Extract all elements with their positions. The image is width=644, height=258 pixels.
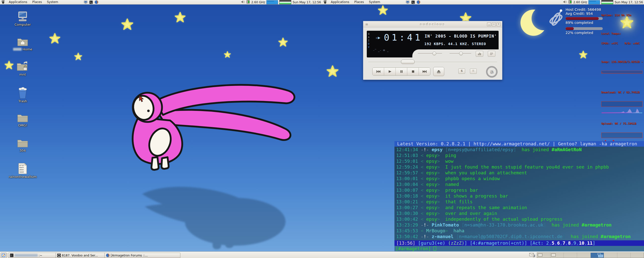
irc-topic-bar: Latest Version: 0.2.8.2.1 | http://www.a… — [394, 141, 644, 147]
shuffle-button[interactable]: S — [458, 69, 465, 74]
system-monitor-applet[interactable] — [601, 0, 613, 4]
desktop-icon-label: Computer — [12, 23, 33, 26]
menu-system[interactable]: System — [44, 0, 61, 4]
panel-clock[interactable]: Sun May 17, 12:56 — [615, 1, 643, 4]
player-visualization[interactable]: -‾ _- ≡ _ — [373, 49, 389, 52]
pause-button[interactable] — [396, 68, 407, 75]
task-button-terminal[interactable]: :~ — [8, 253, 57, 258]
chat-line: 13:00:27 < epsy> and repeats the same an… — [396, 205, 644, 210]
top-panel-right: Applications Places System 2.60 GHz Sun … — [322, 0, 644, 5]
star-icon — [378, 5, 388, 15]
chat-line: 13:00:01 < epsy> phpbb opens a window — [396, 176, 644, 181]
desktop-icon-304[interactable]: 304 — [12, 139, 33, 152]
statusbar-window: [4:#armagetron(+cnt)] — [470, 240, 527, 246]
act-list: 2,5,6,7,8,9,10,11 — [546, 240, 592, 246]
chat-line: 13:50:42 -!- z-manuel [n=manuel@p508702C… — [396, 234, 644, 239]
panel-launchers — [84, 0, 98, 4]
player-window-title: audacious — [363, 22, 502, 26]
volume-icon[interactable] — [241, 0, 245, 4]
svg-text:grid: grid — [19, 164, 24, 166]
irc-input-line[interactable]: [#armagetron] — [394, 246, 644, 251]
repeat-button[interactable]: R — [470, 69, 477, 74]
player-time[interactable]: 01:41 — [384, 32, 422, 43]
cpu-frequency-icon[interactable] — [246, 0, 250, 5]
chat-line: 12:51:03 < epsy> ping — [396, 152, 644, 158]
network-monitor-applet[interactable] — [588, 0, 600, 4]
desktop-icon-home[interactable]: Home — [12, 37, 33, 51]
computer-launcher-icon[interactable] — [84, 1, 88, 4]
chat-line: 13:00:18 < epsy> it shows a progress bar — [396, 193, 644, 199]
firefox-launcher-icon[interactable] — [417, 0, 420, 4]
desktop-icon-label: Trash — [12, 99, 33, 103]
panel-clock[interactable]: Sun May 17, 12:56 — [293, 1, 321, 4]
desktop-icon-mnt[interactable]: mnt — [12, 60, 33, 76]
conky-swap-bar — [601, 71, 642, 74]
equalizer-button[interactable] — [476, 51, 483, 57]
stop-button[interactable] — [407, 68, 419, 75]
boinc-host-credit: Host Credit: 566498 — [566, 8, 604, 12]
balance-slider[interactable] — [450, 53, 471, 54]
terminal-launcher-icon[interactable] — [89, 1, 93, 4]
show-desktop-button[interactable] — [1, 253, 7, 258]
star-icon — [49, 33, 60, 44]
irc-window: Latest Version: 0.2.8.2.1 | http://www.a… — [394, 141, 644, 251]
previous-button[interactable] — [373, 68, 384, 75]
workspace-cell[interactable] — [564, 253, 577, 258]
chat-line: 13:00:30 < epsy> over and over again — [396, 210, 644, 216]
next-button[interactable] — [419, 68, 430, 75]
desktop-icon-trash[interactable]: Trash — [12, 87, 33, 103]
conky-swap: Swap: 136.00KiB/3.82GiB - 0% — [601, 60, 644, 63]
seek-bar[interactable] — [368, 61, 497, 62]
taskbar-grip[interactable] — [7, 253, 8, 257]
task-button-opera[interactable]: 8187. Voodoo and Ser... — [56, 253, 106, 258]
workspace-cell[interactable] — [631, 253, 644, 258]
player-track-title: IN' 2005 - BLOOD IS PUMPIN' 200 — [425, 34, 497, 39]
eject-button[interactable] — [433, 67, 444, 76]
menu-places[interactable]: Places — [30, 0, 44, 4]
mail-notification-icon[interactable]: 3 — [529, 253, 535, 257]
task-button-firefox[interactable]: [Armagetron Forums ::... — [104, 253, 180, 258]
conky-uptime: Uptime: 21d 0h 25m — [601, 14, 644, 17]
gnome-foot-icon[interactable] — [1, 0, 5, 5]
workspace-cell[interactable] — [577, 253, 590, 258]
conky-upload: Upload: 0K / 75.59GiB — [601, 122, 644, 125]
desktop-screen: { "panel": { "menus": ["Applications", "… — [0, 0, 644, 258]
chat-line: 13:00:42 < epsy> independently of the ac… — [396, 216, 644, 222]
star-icon — [175, 12, 186, 23]
menu-places[interactable]: Places — [352, 0, 366, 4]
cpu-frequency-icon[interactable] — [568, 0, 572, 5]
desktop-icon-omg[interactable]: OMG! — [12, 113, 33, 127]
opera-icon — [57, 253, 61, 257]
cpu-frequency-label[interactable]: 2.60 GHz — [251, 1, 265, 4]
gnome-foot-icon[interactable] — [323, 0, 327, 5]
audacious-titlebar[interactable]: ≡ audacious ▁ ▭ ✕ — [363, 21, 502, 27]
workspace-cell[interactable] — [617, 253, 631, 258]
menu-applications[interactable]: Applications — [6, 0, 30, 4]
desktop-icon-rainonthewallsim[interactable]: grid each when need rainonthewallsim — [12, 163, 33, 179]
firefox-launcher-icon[interactable] — [95, 0, 98, 4]
workspace-cell[interactable] — [537, 253, 550, 258]
chat-line: 12:59:24 < epsy> I just found the most s… — [396, 164, 644, 170]
bunny-wallpaper-art — [125, 80, 303, 172]
playlist-button[interactable] — [488, 51, 495, 57]
workspace-cell[interactable] — [604, 253, 617, 258]
terminal-launcher-icon[interactable] — [411, 1, 415, 4]
chat-line: 13:45:53 < MrBougo> haha — [396, 228, 644, 234]
desktop-icon-computer[interactable]: Computer — [12, 11, 33, 26]
network-monitor-applet[interactable] — [266, 0, 278, 4]
seek-thumb[interactable] — [401, 60, 415, 64]
cpu-frequency-label[interactable]: 2.60 GHz — [573, 1, 587, 4]
boinc-task2-label: 22% completed — [566, 31, 604, 35]
clutterbar[interactable]: O A I D V — [368, 33, 369, 49]
system-monitor-applet[interactable] — [279, 0, 291, 4]
computer-launcher-icon[interactable] — [406, 1, 410, 4]
workspace-cell[interactable] — [550, 253, 564, 258]
volume-icon[interactable] — [563, 0, 567, 4]
menu-applications[interactable]: Applications — [328, 0, 352, 4]
menu-system[interactable]: System — [366, 0, 383, 4]
desktop-icon-label: OMG! — [12, 123, 33, 127]
volume-slider[interactable] — [418, 53, 442, 54]
boinc-logo-icon — [548, 7, 565, 28]
play-button[interactable] — [384, 68, 396, 75]
workspace-cell[interactable] — [591, 253, 604, 258]
